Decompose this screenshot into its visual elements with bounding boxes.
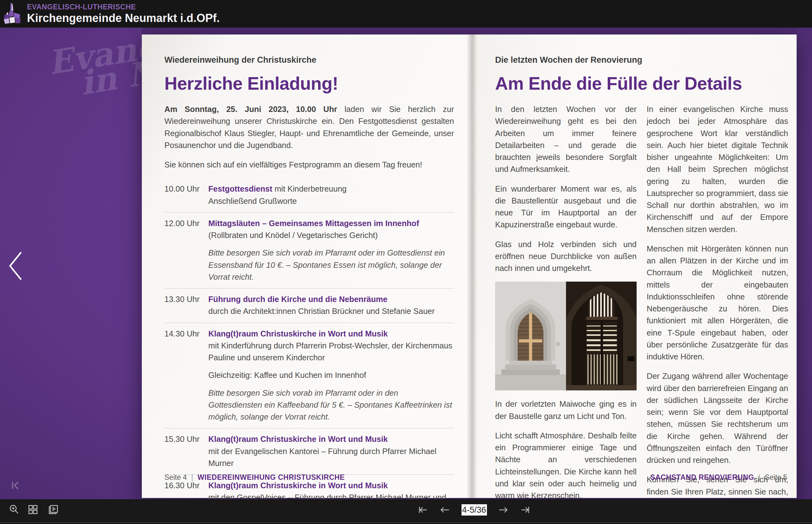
book-spread: Wiedereinweihung der Christuskirche Herz…: [142, 34, 797, 498]
page-indicator[interactable]: 4-5/36: [462, 504, 487, 515]
column1-paragraph: Licht schafft Atmosphäre. Deshalb feilte…: [495, 430, 637, 502]
last-page-icon: [520, 504, 531, 515]
schedule-row: 10.00 Uhr Festgottesdienst mit Kinderbet…: [164, 178, 454, 213]
first-page-faint-button[interactable]: [11, 481, 20, 490]
schedule-entry-sub: durch die Architekt:innen Christian Brüc…: [208, 305, 454, 317]
zoom-in-button[interactable]: [9, 504, 19, 515]
schedule-row: 14.30 Uhr Klang(t)raum Christuskirche in…: [164, 323, 454, 429]
schedule-entry-sub: (Rollbraten und Knödel / Vegetarisches G…: [208, 229, 454, 241]
intro-paragraph: Am Sonntag, 25. Juni 2023, 10.00 Uhr lad…: [164, 103, 454, 151]
chevron-left-icon: [7, 251, 24, 281]
schedule-row: 12.00 Uhr Mittagsläuten – Gemeinsames Mi…: [164, 213, 454, 289]
column1-paragraph: Ein wunderbarer Moment war es, als die B…: [495, 183, 637, 231]
schedule-row: 13.30 Uhr Führung durch die Kirche und d…: [164, 289, 454, 323]
right-page-column-2: In einer evangelischen Kirche muss jedoc…: [647, 103, 788, 524]
schedule-entry-after: mit Kinderbetreuung: [272, 184, 347, 193]
intro-lead-bold: Am Sonntag, 25. Juni 2023, 10.00 Uhr: [164, 105, 337, 114]
right-page: Die letzten Wochen der Renovierung Am En…: [472, 34, 797, 498]
schedule-entry-title: Klang(t)raum Christuskirche in Wort und …: [208, 433, 454, 445]
right-footer-section-label: SACHSTAND RENOVIERUNG: [650, 473, 754, 481]
intro-paragraph-2: Sie können sich auf ein vielfältiges Fes…: [164, 159, 454, 170]
footer-separator: |: [754, 473, 765, 481]
first-page-button[interactable]: [417, 504, 429, 515]
left-page-footer: Seite 4|WIEDEREINWEIHUNG CHRISTUSKIRCHE: [164, 473, 345, 482]
schedule-entry-title: Festgottesdienst: [208, 184, 272, 193]
left-page-number: Seite 4: [164, 473, 187, 481]
zoom-in-icon: [9, 504, 19, 515]
org-name-line1: EVANGELISCH-LUTHERISCHE: [27, 3, 220, 11]
column2-paragraph: In einer evangelischen Kirche muss jedoc…: [647, 103, 788, 235]
church-logo: [2, 2, 22, 25]
previous-spread-button[interactable]: [7, 251, 24, 281]
previous-page-button[interactable]: [439, 504, 450, 515]
right-page-number: Seite 5: [765, 473, 787, 481]
column1-paragraph: In den letzten Wochen vor der Wiedereinw…: [495, 103, 637, 175]
schedule-entry-sub: mit der Evangelischen Kantorei – Führung…: [208, 445, 454, 470]
right-page-column-1: In den letzten Wochen vor der Wiedereinw…: [495, 103, 637, 524]
org-name-line2: Kirchengemeinde Neumarkt i.d.OPf.: [27, 11, 220, 25]
schedule-entry-extra: Gleichzeitig: Kaffee und Kuchen im Innen…: [208, 369, 454, 381]
schedule-note: Bitte besorgen Sie sich vorab im Pfarram…: [208, 247, 454, 283]
schedule-entry-title: Führung durch die Kirche und die Nebenrä…: [208, 293, 454, 305]
interior-door-photo: [566, 282, 637, 390]
schedule-entry-sub: Anschließend Grußworte: [208, 195, 454, 207]
left-page: Wiedereinweihung der Christuskirche Herz…: [142, 34, 472, 498]
left-page-kicker: Wiedereinweihung der Christuskirche: [164, 55, 454, 65]
next-page-button[interactable]: [498, 504, 509, 515]
schedule-time: 13.30 Uhr: [164, 293, 208, 317]
schedule-entry: Festgottesdienst mit Kinderbetreuung: [208, 183, 454, 195]
schedule-time: 10.00 Uhr: [164, 183, 208, 207]
thumbnail-grid-button[interactable]: [28, 504, 38, 515]
page-navigation: 4-5/36: [417, 502, 531, 518]
door-photos: [495, 282, 637, 390]
first-page-icon: [417, 504, 429, 515]
schedule-time: 12.00 Uhr: [164, 217, 208, 283]
first-page-faint-icon: [11, 481, 20, 490]
page-top-shadow-strip: [142, 28, 797, 35]
column2-paragraph: Menschen mit Hörgeräten können nun an al…: [647, 243, 788, 363]
exterior-door-photo: [495, 282, 566, 390]
left-footer-section-label: WIEDEREINWEIHUNG CHRISTUSKIRCHE: [198, 473, 345, 481]
column1-paragraph: In der vorletzten Maiwoche ging es in de…: [495, 398, 637, 422]
schedule-entry-title: Klang(t)raum Christuskirche in Wort und …: [208, 328, 454, 340]
schedule-entry-sub: mit Kinderführung durch Pfarrerin Probst…: [208, 340, 454, 364]
left-page-title: Herzliche Einladung!: [164, 73, 454, 94]
column1-paragraph: Glas und Holz verbinden sich und eröffne…: [495, 238, 637, 274]
previous-page-icon: [439, 504, 450, 515]
schedule-time: 15.30 Uhr: [164, 433, 208, 469]
thumbnail-grid-icon: [28, 504, 38, 515]
column2-paragraph: Der Zugang während aller Wochentage wird…: [647, 370, 788, 466]
last-page-button[interactable]: [520, 504, 531, 515]
schedule-entry-title: Mittagsläuten – Gemeinsames Mittagessen …: [208, 217, 454, 229]
right-page-footer: SACHSTAND RENOVIERUNG|Seite 5: [650, 473, 787, 482]
right-page-kicker: Die letzten Wochen der Renovierung: [495, 55, 788, 65]
viewer-background: Evangelisch in Ne Wiedereinweihung der C…: [0, 23, 812, 499]
app-header: EVANGELISCH-LUTHERISCHE Kirchengemeinde …: [0, 0, 812, 28]
festival-schedule: 10.00 Uhr Festgottesdienst mit Kinderbet…: [164, 178, 454, 521]
schedule-row: 15.30 Uhr Klang(t)raum Christuskirche in…: [164, 428, 454, 475]
schedule-time: 14.30 Uhr: [164, 328, 208, 423]
next-page-icon: [498, 504, 509, 515]
viewer-toolbar: [0, 499, 812, 524]
schedule-note: Bitte besorgen Sie sich vorab im Pfarram…: [208, 387, 454, 423]
right-page-title: Am Ende die Fülle der Details: [495, 73, 788, 94]
slideshow-icon: [48, 504, 59, 515]
footer-separator: |: [187, 473, 198, 481]
slideshow-button[interactable]: [48, 504, 59, 515]
